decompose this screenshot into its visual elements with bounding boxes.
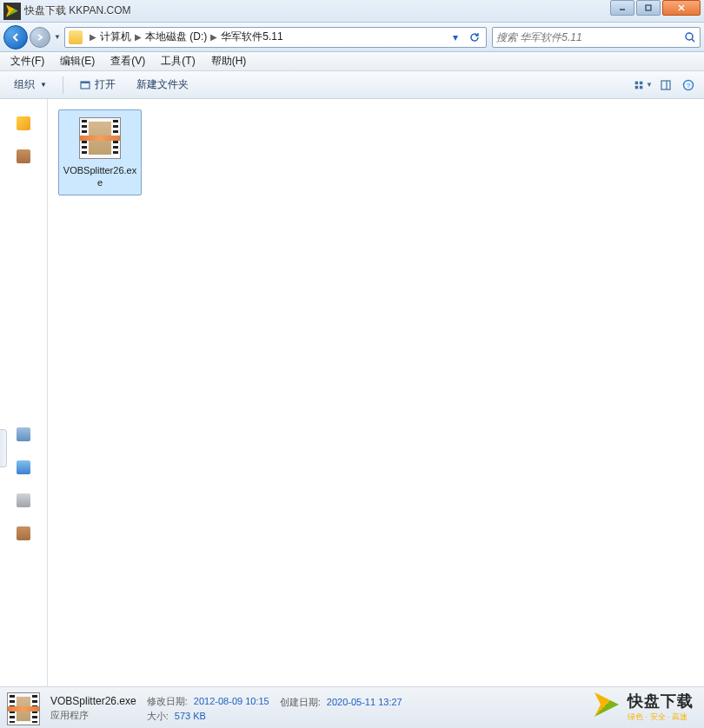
search-box[interactable] — [492, 27, 701, 48]
svg-text:?: ? — [687, 82, 691, 89]
modified-date-value: 2012-08-09 10:15 — [194, 696, 269, 706]
favorites-icon[interactable] — [17, 116, 30, 130]
history-dropdown-icon[interactable]: ▼ — [52, 27, 63, 48]
open-icon — [79, 79, 91, 91]
window-title: 快盘下载 KKPAN.COM — [24, 3, 130, 18]
back-button[interactable] — [3, 25, 28, 50]
menu-tools[interactable]: 工具(T) — [154, 52, 202, 70]
view-options-button[interactable]: ▼ — [633, 76, 654, 95]
search-icon[interactable] — [684, 31, 696, 43]
open-label: 打开 — [95, 77, 116, 92]
menu-file[interactable]: 文件(F) — [3, 52, 51, 70]
details-pane: VOBSplitter26.exe 应用程序 修改日期: 2012-08-09 … — [0, 686, 704, 728]
refresh-button[interactable] — [467, 30, 482, 45]
watermark-subtitle: 绿色 · 安全 · 高速 — [628, 711, 694, 723]
watermark-logo-icon — [594, 692, 622, 720]
size-value: 573 KB — [175, 711, 206, 721]
menu-help[interactable]: 帮助(H) — [204, 52, 254, 70]
svg-rect-8 — [635, 81, 638, 83]
organize-button[interactable]: 组织 ▼ — [5, 74, 56, 96]
homegroup-icon[interactable] — [17, 427, 30, 441]
libraries-icon[interactable] — [17, 149, 30, 163]
svg-point-4 — [686, 33, 693, 40]
breadcrumb-computer[interactable]: 计算机 — [100, 30, 131, 44]
navigation-sidebar — [0, 99, 48, 686]
breadcrumb-drive[interactable]: 本地磁盘 (D:) — [145, 30, 207, 44]
window-titlebar: 快盘下载 KKPAN.COM — [0, 0, 704, 23]
svg-rect-1 — [646, 5, 651, 10]
file-name-label: VOBSplitter26.exe — [63, 164, 137, 189]
close-button[interactable] — [662, 0, 701, 16]
details-filetype: 应用程序 — [50, 709, 136, 722]
chevron-down-icon: ▼ — [40, 81, 47, 89]
watermark-title: 快盘下载 — [628, 691, 694, 711]
menu-edit[interactable]: 编辑(E) — [53, 52, 102, 70]
created-date-label: 创建日期: — [280, 697, 321, 707]
maximize-button[interactable] — [636, 0, 661, 16]
app-logo-icon — [3, 3, 21, 20]
svg-rect-11 — [640, 85, 642, 88]
svg-rect-12 — [661, 81, 670, 89]
chevron-right-icon[interactable]: ▶ — [210, 32, 217, 42]
folder-icon — [69, 30, 83, 44]
watermark-footer: 快盘下载 绿色 · 安全 · 高速 — [584, 685, 704, 728]
navigation-bar: ▼ ▶ 计算机 ▶ 本地磁盘 (D:) ▶ 华军软件5.11 ▾ — [0, 23, 704, 52]
toolbar: 组织 ▼ 打开 新建文件夹 ▼ ? — [0, 71, 704, 99]
separator — [63, 76, 63, 94]
main-area: VOBSplitter26.exe — [0, 99, 704, 686]
breadcrumb[interactable]: ▶ 计算机 ▶ 本地磁盘 (D:) ▶ 华军软件5.11 ▾ — [64, 27, 487, 48]
new-folder-button[interactable]: 新建文件夹 — [128, 74, 197, 96]
breadcrumb-folder[interactable]: 华军软件5.11 — [221, 30, 282, 44]
organize-label: 组织 — [14, 77, 35, 92]
help-button[interactable]: ? — [678, 76, 699, 95]
modified-date-label: 修改日期: — [147, 696, 188, 706]
svg-rect-9 — [640, 81, 642, 83]
file-item[interactable]: VOBSplitter26.exe — [58, 109, 142, 195]
svg-line-5 — [692, 39, 694, 42]
drive-icon[interactable] — [17, 526, 30, 540]
drive-icon[interactable] — [17, 493, 30, 507]
chevron-right-icon[interactable]: ▶ — [135, 32, 142, 42]
open-button[interactable]: 打开 — [70, 74, 124, 96]
preview-pane-button[interactable] — [655, 76, 676, 95]
file-type-icon — [79, 117, 121, 159]
size-label: 大小: — [147, 711, 169, 721]
chevron-right-icon[interactable]: ▶ — [90, 32, 96, 42]
created-date-value: 2020-05-11 13:27 — [327, 697, 402, 707]
new-folder-label: 新建文件夹 — [136, 77, 189, 92]
menu-bar: 文件(F) 编辑(E) 查看(V) 工具(T) 帮助(H) — [0, 52, 704, 71]
computer-icon[interactable] — [17, 460, 30, 474]
breadcrumb-dropdown-icon[interactable]: ▾ — [448, 30, 463, 45]
forward-button[interactable] — [30, 27, 50, 48]
svg-rect-10 — [635, 85, 638, 88]
minimize-button[interactable] — [610, 0, 634, 16]
menu-view[interactable]: 查看(V) — [103, 52, 152, 70]
chevron-down-icon: ▼ — [646, 81, 653, 89]
svg-rect-7 — [81, 82, 90, 83]
details-file-icon — [7, 692, 40, 725]
search-input[interactable] — [496, 31, 684, 43]
sidebar-collapse-grip[interactable] — [0, 429, 7, 467]
file-list-area[interactable]: VOBSplitter26.exe — [48, 99, 704, 686]
details-filename: VOBSplitter26.exe — [50, 695, 136, 707]
